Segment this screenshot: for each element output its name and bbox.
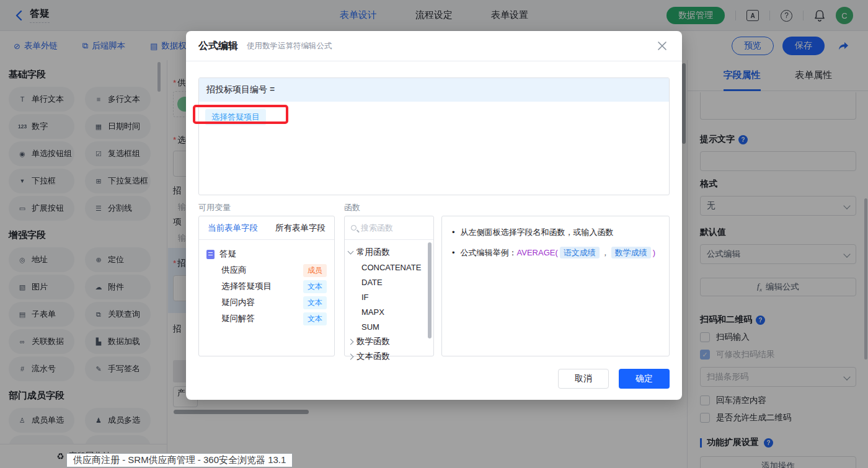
formula-target: 招投标项目编号 = (199, 78, 669, 102)
variable-row[interactable]: 疑问内容文本 (206, 294, 327, 311)
type-tag-text: 文本 (303, 296, 327, 309)
functions-label: 函数 (344, 202, 360, 213)
tree-root-row[interactable]: 答疑 (206, 246, 327, 262)
function-search[interactable]: 搜索函数 (345, 216, 433, 240)
function-item[interactable]: CONCATENATE (348, 260, 430, 275)
tab-current-form-fields[interactable]: 当前表单字段 (208, 223, 258, 234)
dialog-subtitle: 使用数学运算符编辑公式 (247, 41, 332, 51)
formula-editor[interactable]: 招投标项目编号 = 选择答疑项目 (198, 77, 670, 195)
variable-row[interactable]: 供应商成员 (206, 262, 327, 278)
cancel-button[interactable]: 取消 (558, 369, 609, 389)
function-group-text[interactable]: 文本函数 (348, 349, 430, 364)
dialog-title: 公式编辑 (198, 40, 238, 53)
function-item[interactable]: IF (348, 289, 430, 304)
type-tag-member: 成员 (303, 264, 327, 277)
type-tag-text: 文本 (303, 280, 327, 293)
function-item[interactable]: DATE (348, 275, 430, 289)
functions-panel: 搜索函数 常用函数 CONCATENATE DATE IF MAPX SUM 数… (344, 216, 434, 356)
variables-label: 可用变量 (198, 202, 231, 213)
function-item[interactable]: MAPX (348, 304, 430, 319)
search-placeholder: 搜索函数 (361, 223, 393, 234)
variable-row[interactable]: 疑问解答文本 (206, 311, 327, 327)
chevron-down-icon (348, 249, 354, 255)
function-group-common[interactable]: 常用函数 (348, 245, 430, 260)
hint-panel: •从左侧面板选择字段名和函数，或输入函数 •公式编辑举例：AVERAGE(语文成… (441, 216, 670, 356)
functions-scrollbar[interactable] (428, 242, 432, 338)
dialog-header: 公式编辑 使用数学运算符编辑公式 (186, 31, 682, 61)
annotation-highlight (193, 105, 288, 124)
confirm-button[interactable]: 确定 (619, 369, 670, 389)
close-icon[interactable] (657, 41, 668, 52)
hint-line-2: •公式编辑举例：AVERAGE(语文成绩，数学成绩) (452, 247, 659, 259)
chevron-right-icon (348, 353, 354, 360)
search-icon (351, 225, 356, 231)
formula-edit-dialog: 公式编辑 使用数学运算符编辑公式 招投标项目编号 = 选择答疑项目 可用变量 函… (186, 31, 682, 400)
function-group-math[interactable]: 数学函数 (348, 334, 430, 349)
form-icon (206, 250, 215, 259)
type-tag-text: 文本 (303, 312, 327, 325)
function-item[interactable]: SUM (348, 319, 430, 334)
hint-line-1: •从左侧面板选择字段名和函数，或输入函数 (452, 226, 659, 239)
variables-panel: 当前表单字段 所有表单字段 答疑 供应商成员 选择答疑项目文本 疑问内容文本 疑… (198, 216, 335, 356)
tab-all-form-fields[interactable]: 所有表单字段 (275, 223, 326, 234)
variable-row[interactable]: 选择答疑项目文本 (206, 278, 327, 294)
chevron-right-icon (348, 338, 354, 345)
browser-tooltip: 供应商注册 - SRM供应商管理 - 360安全浏览器 13.1 (66, 453, 293, 467)
